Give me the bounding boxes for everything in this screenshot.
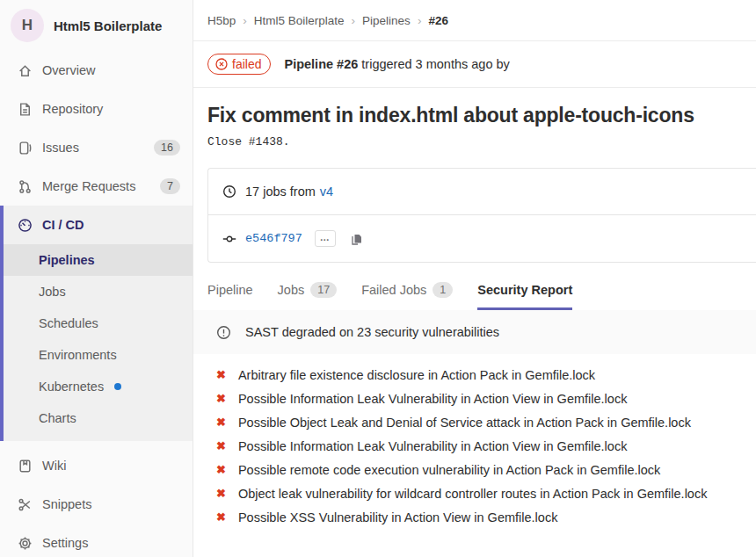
commit-sha-row: e546f797 … bbox=[208, 215, 756, 262]
jobs-summary-row: 17 jobs from v4 bbox=[208, 169, 756, 215]
status-badge-label: failed bbox=[232, 57, 261, 71]
project-header[interactable]: H Html5 Boilerplate bbox=[0, 0, 193, 51]
sidebar-item-overview[interactable]: Overview bbox=[0, 51, 193, 90]
sidebar-item-label: Settings bbox=[42, 536, 88, 550]
kubernetes-notification-dot bbox=[114, 383, 121, 390]
sast-summary-banner: SAST degraded on 23 security vulnerabili… bbox=[193, 310, 756, 354]
sidebar-subitem-charts[interactable]: Charts bbox=[4, 402, 193, 434]
tab-label: Jobs bbox=[278, 283, 305, 297]
vulnerability-row[interactable]: ✖ Possible Object Leak and Denial of Ser… bbox=[193, 410, 756, 434]
breadcrumb-pipelines-link[interactable]: Pipelines bbox=[362, 14, 411, 27]
failed-x-icon: ✖ bbox=[216, 369, 226, 380]
sidebar-subitem-environments[interactable]: Environments bbox=[4, 339, 193, 371]
failed-x-icon: ✖ bbox=[216, 511, 226, 523]
breadcrumb-project-link[interactable]: Html5 Boilerplate bbox=[254, 14, 345, 27]
commit-message: Close #1438. bbox=[207, 135, 742, 148]
breadcrumb-group-link[interactable]: H5bp bbox=[207, 14, 236, 27]
commit-icon bbox=[222, 232, 236, 246]
merge-request-icon bbox=[18, 179, 33, 194]
sidebar-item-wiki[interactable]: Wiki bbox=[0, 446, 193, 485]
failed-circle-x-icon bbox=[215, 58, 228, 70]
pipeline-status-row: failed Pipeline #26 triggered 3 months a… bbox=[193, 41, 756, 88]
sidebar-item-cicd[interactable]: CI / CD bbox=[4, 206, 193, 244]
commit-title: Fix comment in index.html about apple-to… bbox=[207, 104, 742, 127]
failed-x-icon: ✖ bbox=[216, 464, 226, 475]
vulnerability-text: Possible Object Leak and Denial of Servi… bbox=[238, 416, 691, 430]
sidebar-item-merge-requests[interactable]: Merge Requests 7 bbox=[0, 167, 193, 206]
project-avatar[interactable]: H bbox=[11, 9, 44, 42]
clock-icon bbox=[222, 184, 236, 199]
tab-security-report[interactable]: Security Report bbox=[477, 282, 572, 310]
copy-icon bbox=[350, 232, 364, 246]
sidebar-item-label: Issues bbox=[42, 141, 79, 155]
cicd-section: CI / CD Pipelines Jobs Schedules Environ… bbox=[0, 206, 193, 441]
tab-pipeline[interactable]: Pipeline bbox=[207, 282, 253, 310]
sidebar-subitem-schedules[interactable]: Schedules bbox=[4, 307, 193, 339]
home-icon bbox=[18, 63, 33, 78]
sidebar-item-snippets[interactable]: Snippets bbox=[0, 485, 193, 524]
pipeline-triggered-text: Pipeline #26 triggered 3 months ago by bbox=[284, 57, 509, 71]
pipeline-status-badge: failed bbox=[207, 54, 271, 75]
copy-sha-button[interactable] bbox=[350, 232, 364, 246]
pipeline-number: Pipeline #26 bbox=[284, 57, 358, 71]
vulnerability-row[interactable]: ✖ Possible Information Leak Vulnerabilit… bbox=[193, 434, 756, 458]
breadcrumb-current-page: #26 bbox=[428, 14, 448, 27]
jobs-count-text: 17 jobs from bbox=[245, 184, 316, 199]
vulnerability-text: Arbitrary file existence disclosure in A… bbox=[238, 368, 595, 382]
vulnerability-row[interactable]: ✖ Possible Information Leak Vulnerabilit… bbox=[193, 387, 756, 410]
sidebar-subitem-kubernetes[interactable]: Kubernetes bbox=[4, 371, 193, 402]
breadcrumb-separator: › bbox=[418, 14, 422, 27]
sidebar-item-repository[interactable]: Repository bbox=[0, 90, 193, 128]
failed-x-icon: ✖ bbox=[216, 440, 226, 452]
commit-sha-link[interactable]: e546f797 bbox=[245, 232, 302, 245]
breadcrumb-separator: › bbox=[352, 14, 356, 27]
ref-link[interactable]: v4 bbox=[320, 184, 333, 199]
tab-label: Failed Jobs bbox=[361, 283, 426, 297]
vulnerability-text: Possible remote code execution vulnerabi… bbox=[238, 463, 660, 477]
vulnerability-row[interactable]: ✖ Arbitrary file existence disclosure in… bbox=[193, 363, 756, 387]
vulnerability-text: Possible Information Leak Vulnerability … bbox=[238, 439, 627, 453]
tab-jobs[interactable]: Jobs 17 bbox=[278, 282, 338, 310]
tab-label: Security Report bbox=[477, 283, 572, 297]
sidebar-item-settings[interactable]: Settings bbox=[0, 524, 193, 557]
vulnerability-row[interactable]: ✖ Object leak vulnerability for wildcard… bbox=[193, 481, 756, 505]
sidebar-item-issues[interactable]: Issues 16 bbox=[0, 128, 193, 167]
gear-icon bbox=[18, 536, 33, 551]
breadcrumb-separator: › bbox=[243, 14, 247, 27]
pipeline-info-box: 17 jobs from v4 e546f797 … bbox=[207, 168, 756, 263]
vulnerability-list: ✖ Arbitrary file existence disclosure in… bbox=[193, 354, 756, 529]
vulnerability-row[interactable]: ✖ Possible XSS Vulnerability in Action V… bbox=[193, 505, 756, 529]
failed-x-icon: ✖ bbox=[216, 393, 226, 404]
failed-x-icon: ✖ bbox=[216, 488, 226, 499]
sidebar-item-label: Merge Requests bbox=[42, 179, 135, 193]
expand-commit-button[interactable]: … bbox=[315, 230, 336, 247]
sidebar-subitem-pipelines[interactable]: Pipelines bbox=[4, 244, 193, 276]
scissors-icon bbox=[18, 497, 33, 512]
app-window: H Html5 Boilerplate Overview Repository … bbox=[0, 0, 756, 557]
failed-jobs-count-badge: 1 bbox=[433, 282, 453, 298]
sidebar-subitem-label: Pipelines bbox=[39, 253, 95, 267]
sidebar-subitem-label: Kubernetes bbox=[39, 380, 104, 394]
sidebar-subitem-jobs[interactable]: Jobs bbox=[4, 276, 193, 307]
sidebar-subitem-label: Jobs bbox=[39, 285, 66, 299]
project-name: Html5 Boilerplate bbox=[54, 18, 162, 33]
tab-label: Pipeline bbox=[207, 283, 253, 297]
gauge-icon bbox=[18, 218, 33, 233]
triggered-ago-text: triggered 3 months ago by bbox=[361, 57, 509, 71]
breadcrumb: H5bp › Html5 Boilerplate › Pipelines › #… bbox=[193, 0, 756, 41]
sidebar-item-label: Repository bbox=[42, 102, 103, 116]
document-icon bbox=[18, 102, 33, 117]
wiki-book-icon bbox=[18, 459, 33, 474]
vulnerability-text: Possible Information Leak Vulnerability … bbox=[238, 392, 627, 406]
main-content: H5bp › Html5 Boilerplate › Pipelines › #… bbox=[193, 0, 756, 557]
sidebar-item-label: Snippets bbox=[42, 497, 91, 511]
exclamation-circle-icon bbox=[216, 325, 231, 340]
vulnerability-row[interactable]: ✖ Possible remote code execution vulnera… bbox=[193, 458, 756, 481]
pipeline-tabs: Pipeline Jobs 17 Failed Jobs 1 Security … bbox=[207, 282, 756, 310]
vulnerability-text: Object leak vulnerability for wildcard c… bbox=[238, 487, 708, 501]
failed-x-icon: ✖ bbox=[216, 416, 226, 428]
issues-icon bbox=[18, 141, 33, 156]
vulnerability-text: Possible XSS Vulnerability in Action Vie… bbox=[238, 510, 557, 524]
project-sidebar: H Html5 Boilerplate Overview Repository … bbox=[0, 0, 193, 557]
tab-failed-jobs[interactable]: Failed Jobs 1 bbox=[361, 282, 453, 310]
